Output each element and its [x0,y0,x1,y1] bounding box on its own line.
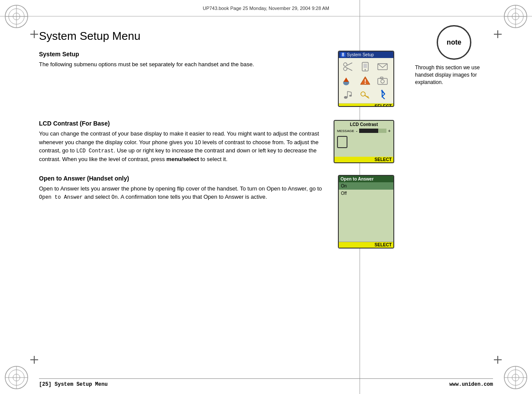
lcd-body: You can change the contrast of your base… [39,129,327,164]
lcd-code-ref: LCD Contrast [76,148,114,154]
ota-heading: Open to Answer (Handset only) [39,175,331,182]
svg-rect-33 [378,78,387,84]
corner-ornament-br [503,365,529,391]
corner-ornament-bl [3,365,29,391]
ss-select-label: SELECT [339,103,393,107]
svg-line-42 [365,95,369,98]
lcd-screen: LCD Contrast MESSAGE - + SELECT [334,120,394,163]
svg-rect-25 [363,64,367,68]
ss-icon-scissors [341,61,355,73]
ss-icon-bluetooth [376,88,389,100]
note-circle-text: note [447,39,461,46]
ss-num-badge: 8 [341,52,346,57]
ss-icon-envelope [376,61,389,73]
ota-section: Open to Answer (Handset only) Open to An… [39,175,394,249]
ss-icon-phone [358,61,372,73]
lcd-bar-fill [359,129,378,133]
lcd-message-label: MESSAGE [337,129,354,133]
lcd-screen-wrapper: LCD Contrast MESSAGE - + SELECT [334,120,394,163]
svg-point-34 [381,80,384,83]
svg-marker-29 [344,78,349,82]
lcd-heading: LCD Contrast (For Base) [39,120,327,127]
system-setup-section: System Setup The following submenu optio… [39,51,394,107]
left-column: System Setup Menu System Setup The follo… [39,16,394,368]
ota-on-ref: On [111,194,117,200]
lcd-text-block: LCD Contrast (For Base) You can change t… [39,120,327,164]
ota-option-on: On [339,182,393,190]
crosshair-br [494,356,502,364]
lcd-bar-container [359,129,386,133]
svg-point-20 [344,63,347,66]
note-description: Through this section we use handset disp… [415,64,493,86]
footer-right: www.uniden.com [449,381,493,388]
ota-text-block: Open to Answer (Handset only) Open to An… [39,175,331,202]
ss-icon-calendar [341,74,355,87]
ota-spacer [339,197,393,232]
crosshair-bl [30,356,38,364]
ota-screen-wrapper: Open to Answer On Off SELECT [338,175,394,249]
top-bar: UP743.book Page 25 Monday, November 29, … [0,0,532,16]
svg-point-36 [344,96,347,99]
svg-point-41 [361,92,365,96]
ss-icon-key [358,88,372,100]
ota-option-off: Off [339,190,393,197]
main-content: System Setup Menu System Setup The follo… [39,16,493,368]
lcd-contrast-section: LCD Contrast (For Base) You can change t… [39,120,394,164]
lcd-phone-icon [337,136,347,148]
lcd-icon-area [334,134,393,150]
svg-line-38 [347,91,351,92]
top-bar-text: UP743.book Page 25 Monday, November 29, … [203,6,329,11]
svg-line-23 [347,68,352,71]
lcd-minus: - [356,128,358,133]
system-setup-text: System Setup The following submenu optio… [39,51,331,69]
ss-icon-camera [376,74,389,87]
svg-point-32 [365,83,366,84]
lcd-plus: + [388,128,391,133]
page-footer: [25] System Setup Menu www.uniden.com [39,378,493,388]
svg-point-26 [365,69,366,71]
ss-icon-alert [358,74,372,87]
ota-section-layout: Open to Answer (Handset only) Open to An… [39,175,394,249]
ota-screen: Open to Answer On Off [338,175,394,249]
ss-screen-title: System Setup [347,52,374,57]
ss-icons-grid [339,58,393,103]
ota-body: Open to Answer lets you answer the phone… [39,184,331,202]
system-setup-heading: System Setup [39,51,331,58]
svg-point-21 [344,67,347,71]
system-setup-body: The following submenu options must be se… [39,60,331,69]
system-setup-screen: 8 System Setup [338,51,394,107]
ss-icon-music [341,88,355,100]
note-circle: note [437,25,471,60]
svg-line-22 [347,63,352,65]
corner-ornament-tl [3,3,29,29]
lcd-screen-title: LCD Contrast [334,121,393,127]
ota-screen-header: Open to Answer [339,176,393,182]
ss-screen-header: 8 System Setup [339,52,393,58]
lcd-contrast-bar-area: MESSAGE - + [334,127,393,134]
ota-code-ref: Open to Answer [39,194,83,200]
footer-left: [25] System Setup Menu [39,381,107,388]
corner-ornament-tr [503,3,529,29]
lcd-bold-ref: menu/select [166,156,199,162]
crosshair-tl [30,30,38,38]
note-column: note Through this section we use handset… [415,25,493,86]
lcd-section-layout: LCD Contrast (For Base) You can change t… [39,120,394,164]
svg-rect-35 [380,77,383,79]
svg-point-40 [349,95,352,97]
crosshair-tr [494,30,502,38]
lcd-select-label: SELECT [334,157,393,162]
ota-select-label: SELECT [339,242,393,248]
page-title: System Setup Menu [39,29,394,43]
